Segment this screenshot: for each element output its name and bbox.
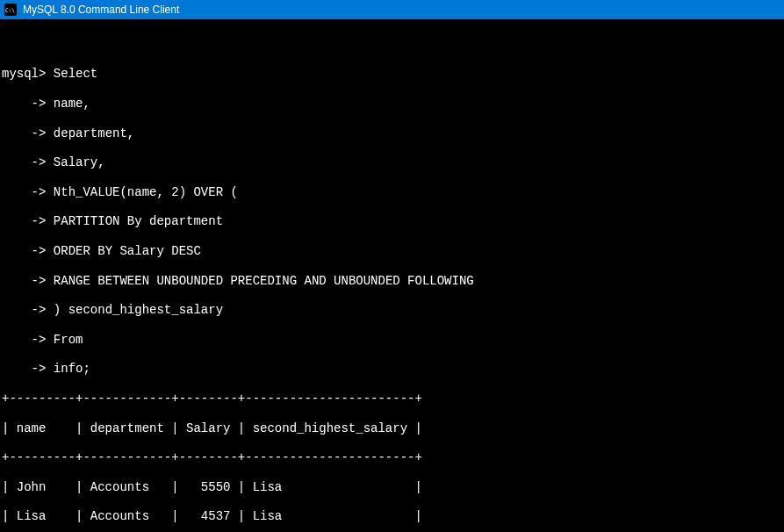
query-cont-line: -> ORDER BY Salary DESC xyxy=(2,244,782,259)
query-cont-line: -> ) second_highest_salary xyxy=(2,303,782,318)
query-cont-line: -> department, xyxy=(2,126,782,141)
query-cont-line: -> name, xyxy=(2,97,782,111)
table-row: | Lisa | Accounts | 4537 | Lisa | xyxy=(2,509,782,524)
query-cont-line: -> RANGE BETWEEN UNBOUNDED PRECEDING AND… xyxy=(2,274,782,289)
window-titlebar[interactable]: C:\ MySQL 8.0 Command Line Client xyxy=(0,0,784,19)
blank-line xyxy=(2,38,782,53)
terminal-output[interactable]: mysql> Select -> name, -> department, ->… xyxy=(0,19,784,532)
svg-text:C:\: C:\ xyxy=(5,7,15,13)
window-title: MySQL 8.0 Command Line Client xyxy=(23,4,179,16)
table-header: | name | department | Salary | second_hi… xyxy=(2,421,782,436)
table-border: +---------+------------+--------+-------… xyxy=(2,450,782,465)
table-row: | John | Accounts | 5550 | Lisa | xyxy=(2,480,782,495)
query-cont-line: -> info; xyxy=(2,362,782,377)
query-line: mysql> Select xyxy=(2,67,782,82)
query-cont-line: -> Nth_VALUE(name, 2) OVER ( xyxy=(2,185,782,200)
query-cont-line: -> Salary, xyxy=(2,155,782,170)
mysql-icon: C:\ xyxy=(4,3,18,17)
query-cont-line: -> PARTITION By department xyxy=(2,214,782,229)
query-cont-line: -> From xyxy=(2,333,782,348)
table-border: +---------+------------+--------+-------… xyxy=(2,392,782,406)
